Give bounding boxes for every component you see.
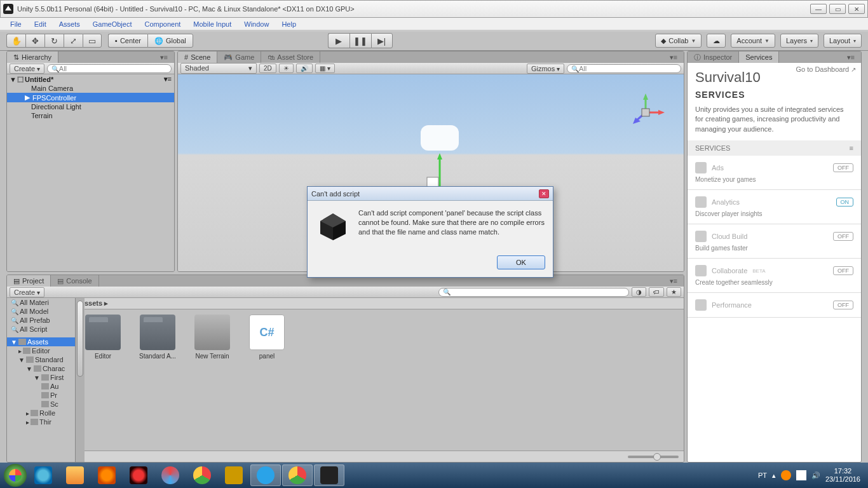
service-cloudbuild[interactable]: Cloud BuildOFF Build games faster — [688, 224, 861, 259]
service-ads[interactable]: AdsOFF Monetize your games — [688, 156, 861, 190]
hierarchy-search-input[interactable]: 🔍All — [47, 64, 172, 73]
gizmos-dropdown[interactable]: Gizmos ▾ — [527, 64, 564, 74]
hierarchy-item[interactable]: Main Camera — [7, 84, 174, 93]
toggle-badge[interactable]: OFF — [833, 163, 853, 172]
asset-size-slider[interactable] — [628, 456, 679, 458]
project-fav-item[interactable]: 🔍 All Materi — [7, 298, 75, 307]
global-button[interactable]: 🌐 Global — [147, 34, 193, 48]
hierarchy-item[interactable]: ▶FPSController — [7, 93, 174, 102]
rotate-tool-button[interactable]: ↻ — [44, 34, 64, 48]
dialog-titlebar[interactable]: Can't add script ✕ — [308, 187, 553, 201]
project-fav-item[interactable]: 🔍 All Model — [7, 307, 75, 316]
menu-help[interactable]: Help — [275, 19, 302, 29]
taskbar-unity[interactable] — [314, 464, 344, 486]
dialog-ok-button[interactable]: OK — [497, 255, 545, 269]
project-tree-item[interactable]: ▼ Standard — [7, 355, 75, 364]
move-tool-button[interactable]: ✥ — [25, 34, 44, 48]
asset-item[interactable]: New Terrain — [190, 315, 234, 360]
asset-item[interactable]: Standard A... — [135, 315, 180, 360]
dialog-close-button[interactable]: ✕ — [539, 189, 549, 198]
rect-tool-button[interactable]: ▭ — [83, 34, 102, 48]
taskbar-explorer[interactable] — [60, 464, 90, 486]
project-filter-button[interactable]: ◑ — [632, 287, 646, 297]
project-tree-item[interactable]: ▼ First — [7, 373, 75, 382]
project-filter-type-button[interactable]: 🏷 — [649, 287, 664, 297]
project-fav-item[interactable]: 🔍 All Prefab — [7, 316, 75, 325]
console-tab[interactable]: ▤ Console — [51, 275, 98, 287]
menu-mobileinput[interactable]: Mobile Input — [187, 19, 238, 29]
taskbar-mediaplayer[interactable] — [92, 464, 122, 486]
project-tree-item[interactable]: ▼ Charac — [7, 364, 75, 373]
2d-toggle[interactable]: 2D — [259, 64, 276, 73]
project-fav-item[interactable]: 🔍 All Script — [7, 325, 75, 334]
service-collaborate[interactable]: CollaborateBETAOFF Create together seaml… — [688, 259, 861, 293]
services-tab[interactable]: Services — [739, 51, 779, 63]
menu-file[interactable]: File — [4, 19, 28, 29]
asset-item[interactable]: Editor — [81, 315, 125, 360]
project-breadcrumb[interactable]: Assets ▸ — [76, 298, 684, 309]
project-tree-item[interactable]: Sc — [7, 400, 75, 409]
taskbar-lol[interactable] — [219, 464, 249, 486]
hand-tool-button[interactable]: ✋ — [6, 34, 25, 48]
step-button[interactable]: ▶| — [371, 33, 393, 48]
menu-edit[interactable]: Edit — [28, 19, 53, 29]
project-search-input[interactable]: 🔍 — [438, 288, 629, 297]
taskbar-chrome2[interactable] — [282, 464, 313, 486]
taskbar-flag-icon[interactable] — [796, 470, 806, 480]
project-favorite-button[interactable]: ★ — [667, 287, 681, 297]
hierarchy-options[interactable]: ▾≡ — [154, 51, 174, 63]
hierarchy-tab[interactable]: ⇅ Hierarchy — [7, 51, 58, 63]
dashboard-link[interactable]: Go to Dashboard ↗ — [796, 65, 856, 73]
pivot-button[interactable]: ▪ Center — [108, 34, 147, 48]
collab-dropdown[interactable]: ◆ Collab▼ — [655, 34, 702, 48]
taskbar-app-swirl[interactable] — [155, 464, 186, 486]
menu-assets[interactable]: Assets — [53, 19, 86, 29]
project-tree-item[interactable]: ▸ Rolle — [7, 409, 75, 417]
project-tab[interactable]: ▤ Project — [7, 275, 51, 287]
hierarchy-item[interactable]: Terrain — [7, 111, 174, 120]
taskbar-app-red[interactable] — [123, 464, 154, 486]
menu-component[interactable]: Component — [138, 19, 187, 29]
audio-toggle[interactable]: 🔊 — [296, 64, 313, 73]
layers-dropdown[interactable]: Layers▾ — [780, 34, 818, 48]
project-tree-item[interactable]: Au — [7, 382, 75, 391]
service-performance[interactable]: PerformanceOFF — [688, 293, 861, 318]
orientation-gizmo-icon[interactable] — [627, 93, 665, 132]
menu-window[interactable]: Window — [238, 19, 275, 29]
asset-item[interactable]: panel — [245, 315, 289, 360]
hamburger-icon[interactable]: ≡ — [850, 144, 853, 152]
project-tree-item[interactable]: ▸ Thir — [7, 417, 75, 426]
assetstore-tab[interactable]: 🛍 Asset Store — [261, 51, 320, 63]
services-options[interactable]: ▾≡ — [841, 51, 861, 63]
hierarchy-scene-root[interactable]: ▼⬚ Untitled*▾≡ — [7, 74, 174, 84]
hierarchy-item[interactable]: Directional Light — [7, 102, 174, 111]
toggle-badge[interactable]: OFF — [833, 266, 853, 275]
project-tree-item[interactable]: ▼ Assets — [7, 337, 75, 346]
taskbar-clock[interactable]: 17:32 23/11/2016 — [825, 467, 864, 484]
taskbar-skype[interactable] — [250, 464, 281, 486]
pause-button[interactable]: ❚❚ — [349, 33, 371, 48]
hierarchy-create-dropdown[interactable]: Create ▾ — [10, 64, 44, 74]
start-button[interactable] — [4, 464, 27, 487]
fx-toggle[interactable]: ▦ ▾ — [315, 64, 335, 73]
account-dropdown[interactable]: Account▼ — [731, 34, 775, 48]
scale-tool-button[interactable]: ⤢ — [64, 34, 83, 48]
layout-dropdown[interactable]: Layout▾ — [824, 34, 862, 48]
scene-search-input[interactable]: 🔍All — [567, 64, 681, 73]
project-tree[interactable]: 🔍 All Materi 🔍 All Model 🔍 All Prefab 🔍 … — [7, 298, 76, 462]
game-tab[interactable]: 🎮 Game — [217, 51, 261, 63]
project-tree-item[interactable]: Pr — [7, 391, 75, 400]
minimize-button[interactable]: — — [810, 4, 827, 14]
maximize-button[interactable]: ▭ — [829, 4, 846, 14]
inspector-tab[interactable]: ⓘ Inspector — [688, 51, 739, 63]
close-button[interactable]: ✕ — [848, 4, 865, 14]
menu-gameobject[interactable]: GameObject — [86, 19, 139, 29]
cloud-button[interactable]: ☁ — [707, 34, 726, 48]
asset-grid[interactable]: Editor Standard A... New Terrain panel — [76, 309, 684, 451]
project-tree-item[interactable]: ▸ Editor — [7, 346, 75, 355]
project-create-dropdown[interactable]: Create ▾ — [10, 287, 44, 297]
scene-tab[interactable]: # Scene — [178, 51, 217, 63]
scene-options[interactable]: ▾≡ — [663, 51, 684, 63]
taskbar-tray-chevron-icon[interactable]: ▴ — [772, 471, 776, 480]
play-button[interactable]: ▶ — [328, 33, 349, 48]
